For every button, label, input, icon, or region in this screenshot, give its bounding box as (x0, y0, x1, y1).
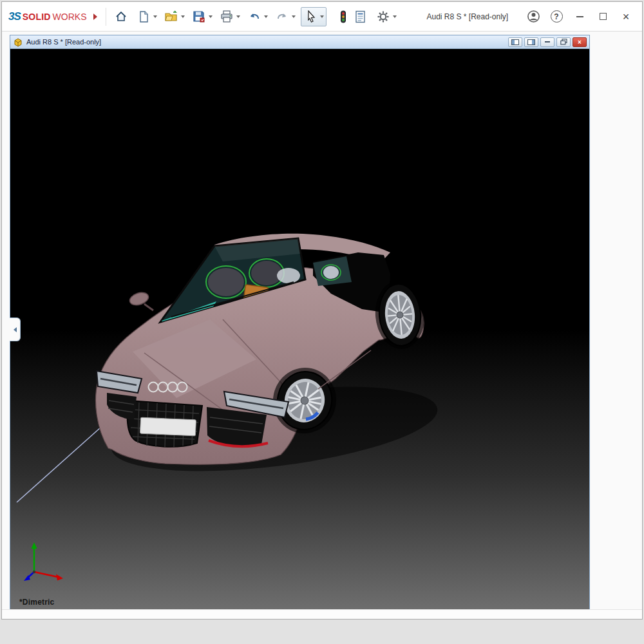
doc-restore-icon (560, 39, 567, 45)
document-properties-button[interactable] (352, 8, 369, 25)
triad-x-arrow (56, 574, 63, 581)
triad-x-axis (34, 572, 58, 577)
side-mirror (128, 290, 153, 310)
redo-button[interactable] (273, 8, 290, 25)
document-window: Audi R8 S * [Read-only] × (10, 35, 590, 611)
save-icon (193, 10, 205, 23)
undo-dropdown-caret[interactable] (264, 15, 268, 18)
interior-dash-light (277, 268, 300, 283)
minimize-icon (576, 16, 583, 17)
home-icon (115, 10, 128, 23)
redo-group (273, 8, 296, 25)
select-tool-pressed (301, 7, 327, 26)
doc-close-button[interactable]: × (573, 37, 587, 47)
maximize-button[interactable] (596, 10, 610, 24)
doc-minimize-button[interactable] (540, 37, 554, 47)
pane-left-button[interactable] (508, 37, 522, 47)
reference-line (17, 428, 100, 502)
open-folder-icon (164, 10, 178, 23)
pane-right-button[interactable] (524, 37, 538, 47)
options-gear-icon (377, 10, 390, 23)
redo-icon (276, 11, 289, 23)
pane-right-icon (527, 39, 535, 45)
pane-left-icon (511, 39, 519, 45)
doc-restore-button[interactable] (556, 37, 571, 47)
solidworks-logo: 3S SOLIDWORKS (8, 10, 97, 23)
main-toolbar: 3S SOLIDWORKS (2, 2, 642, 32)
close-button[interactable]: × (619, 10, 633, 24)
triad-y-arrow (32, 542, 37, 549)
doc-minimize-icon (545, 41, 550, 43)
options-group (374, 8, 397, 25)
document-properties-icon (355, 10, 366, 23)
home-button[interactable] (112, 8, 129, 25)
minimize-button[interactable] (573, 10, 587, 24)
orientation-triad[interactable] (24, 542, 63, 581)
app-title: Audi R8 S * [Read-only] (426, 12, 508, 21)
scene-canvas (10, 49, 589, 610)
assembly-icon (13, 37, 23, 47)
chevron-left-icon (14, 327, 17, 332)
account-button[interactable] (526, 10, 540, 24)
maximize-icon (600, 13, 607, 20)
traffic-light-icon (339, 10, 347, 23)
options-button[interactable] (374, 8, 392, 25)
graphics-viewport[interactable]: *Dimetric (10, 49, 589, 610)
new-dropdown-caret[interactable] (153, 15, 157, 18)
redo-dropdown-caret[interactable] (292, 15, 296, 18)
status-bar (2, 609, 642, 619)
open-group (162, 8, 185, 25)
traffic-light-button[interactable] (334, 8, 352, 25)
interior-seat-left (208, 268, 244, 296)
select-button[interactable] (303, 9, 319, 24)
select-group (301, 7, 327, 26)
undo-group (245, 8, 268, 25)
print-icon (220, 10, 233, 23)
solidworks-window: 3S SOLIDWORKS (1, 1, 643, 620)
expand-arrow-icon[interactable] (93, 14, 97, 20)
view-orientation-label: *Dimetric (19, 598, 55, 607)
interior-seat-right (251, 261, 282, 285)
document-title: Audi R8 S * [Read-only] (26, 38, 506, 46)
print-group (218, 8, 240, 25)
select-cursor-icon (305, 10, 317, 23)
print-dropdown-caret[interactable] (236, 15, 240, 18)
brand-solid-text: SOLID (23, 12, 51, 22)
quarter-seat (323, 266, 339, 279)
account-icon (527, 10, 540, 23)
feature-pane-collapse-tab[interactable] (10, 317, 21, 341)
undo-button[interactable] (245, 8, 263, 25)
save-group (190, 8, 213, 25)
open-button[interactable] (162, 8, 180, 25)
open-dropdown-caret[interactable] (181, 15, 185, 18)
license-plate (140, 417, 196, 436)
new-document-group (135, 8, 157, 25)
top-right-controls: ? × (526, 10, 633, 24)
triad-origin (33, 571, 35, 573)
options-dropdown-caret[interactable] (393, 15, 397, 18)
save-dropdown-caret[interactable] (209, 15, 213, 18)
document-titlebar[interactable]: Audi R8 S * [Read-only] × (10, 35, 589, 49)
toolbar-separator (106, 8, 106, 26)
brand-works-text: WORKS (53, 12, 87, 22)
undo-icon (248, 11, 261, 23)
new-document-icon (138, 10, 149, 23)
3ds-logo-icon: 3S (8, 10, 21, 23)
select-dropdown-caret[interactable] (320, 15, 324, 18)
help-button[interactable]: ? (549, 10, 564, 24)
help-icon: ? (551, 10, 563, 23)
save-button[interactable] (190, 8, 207, 25)
new-document-button[interactable] (135, 8, 152, 25)
print-button[interactable] (218, 8, 235, 25)
